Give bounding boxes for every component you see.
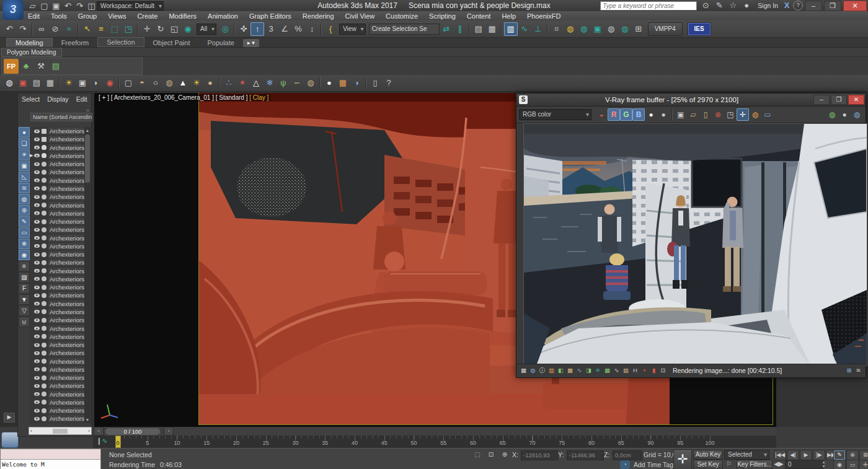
unlink-selection-icon[interactable]: ⊘ xyxy=(48,22,62,36)
open-file-icon[interactable]: ▱ xyxy=(27,1,38,11)
list-item[interactable]: Archexteriors xyxy=(30,201,86,209)
red-channel-button[interactable]: R xyxy=(608,108,620,121)
zoom-icon[interactable]: ⊕ xyxy=(846,450,859,460)
stop-render-icon[interactable]: ● xyxy=(838,108,851,121)
light-icon[interactable]: ☀ xyxy=(62,76,76,90)
menu-civil-view[interactable]: Civil View xyxy=(340,12,380,20)
display-spacewarps-icon[interactable]: ≋ xyxy=(19,183,30,193)
select-and-place-icon[interactable]: ◉ xyxy=(181,22,195,36)
list-item[interactable]: Archexteriors xyxy=(30,144,86,152)
visibility-eye-icon[interactable] xyxy=(34,335,40,338)
menu-graph-editors[interactable]: Graph Editors xyxy=(244,12,297,20)
basket-icon[interactable]: ∪ xyxy=(19,317,30,327)
list-item[interactable]: Archexteriors xyxy=(30,316,86,324)
list-item[interactable]: Archexteriors xyxy=(30,398,86,406)
list-item[interactable]: Archexteriors xyxy=(30,414,86,423)
filter-f-icon[interactable]: F xyxy=(19,283,30,294)
next-frame-button[interactable]: |▶ xyxy=(813,450,825,460)
background-icon[interactable]: ∿ xyxy=(612,366,621,375)
scroll-thumb[interactable] xyxy=(85,134,90,183)
sign-in-button[interactable]: Sign In xyxy=(758,2,778,9)
vray-sphere-icon[interactable]: ● xyxy=(322,76,336,90)
filter-config-icon[interactable]: ▼ xyxy=(19,294,30,305)
compare-ab-icon[interactable]: ▭ xyxy=(761,108,774,121)
search-input[interactable] xyxy=(600,1,697,11)
list-item[interactable]: ▶Archexteriors xyxy=(30,152,86,160)
x-coordinate-field[interactable]: -12810,93 xyxy=(521,450,558,460)
visibility-eye-icon[interactable] xyxy=(34,400,40,404)
sun-icon[interactable]: ☀ xyxy=(190,76,203,90)
visibility-eye-icon[interactable] xyxy=(34,294,40,297)
pixel-info-icon[interactable]: ▥ xyxy=(547,366,556,375)
camera-icon[interactable]: ▣ xyxy=(76,76,89,90)
angle-snap-icon[interactable]: ∠ xyxy=(278,22,291,36)
panorama-icon[interactable]: ▮ xyxy=(649,366,658,375)
expand-panel-button[interactable]: ▶ xyxy=(4,413,15,423)
close-button[interactable]: ✕ xyxy=(843,1,867,11)
visibility-eye-icon[interactable] xyxy=(34,236,40,240)
explorer-horizontal-scrollbar[interactable]: ‹ › xyxy=(29,427,92,435)
scroll-right-arrow[interactable]: › xyxy=(88,428,90,434)
visibility-eye-icon[interactable] xyxy=(34,211,40,215)
select-and-move-icon[interactable]: ✛ xyxy=(140,22,154,36)
vfb-maximize-button[interactable]: ❐ xyxy=(831,95,847,105)
explorer-vertical-scrollbar[interactable]: ▲ ▼ xyxy=(84,127,91,423)
dope-sheet-icon[interactable]: ⊥ xyxy=(531,22,545,36)
list-view-icon[interactable]: ▤ xyxy=(48,59,63,74)
render-production-icon[interactable]: ◍ xyxy=(604,22,618,36)
visibility-eye-icon[interactable] xyxy=(34,244,40,248)
copy-clipboard-icon[interactable]: ▯ xyxy=(699,108,712,121)
forest-pack-icon[interactable]: FP xyxy=(4,59,19,74)
viewport-pos-menu[interactable]: [ + ] xyxy=(99,94,109,101)
viewport-clay-menu[interactable]: [ Clay ] xyxy=(249,94,268,101)
visibility-eye-icon[interactable] xyxy=(34,261,40,265)
visibility-eye-icon[interactable] xyxy=(34,178,40,182)
vfb-close-button[interactable]: ✕ xyxy=(848,95,864,105)
maxscript-listener-row[interactable]: Welcome to M xyxy=(1,460,100,469)
visibility-eye-icon[interactable] xyxy=(34,327,40,330)
list-item[interactable]: Archexteriors xyxy=(30,127,86,135)
list-item[interactable]: Archexteriors xyxy=(30,209,86,217)
visibility-eye-icon[interactable] xyxy=(34,376,40,380)
visibility-eye-icon[interactable] xyxy=(34,154,40,157)
isolate-selection-icon[interactable]: ⬚ xyxy=(472,450,482,459)
edit-named-sets-icon[interactable]: { xyxy=(324,22,337,36)
info-icon[interactable]: ⓘ xyxy=(538,366,547,375)
region-render-icon[interactable]: ◍ xyxy=(749,108,761,121)
explorer-column-header[interactable]: Name (Sorted Ascending) xyxy=(30,113,92,121)
snowflake-icon[interactable]: ❄ xyxy=(263,76,277,90)
menu-phoenixfd[interactable]: PhoenixFD xyxy=(521,12,566,20)
add-time-tag[interactable]: Add Time Tag xyxy=(634,461,673,468)
frame-step-icon[interactable]: ◀▶ xyxy=(774,460,784,468)
exposure-icon[interactable]: ▦ xyxy=(603,366,612,375)
display-bones-icon[interactable]: ✎ xyxy=(19,216,30,227)
select-and-link-icon[interactable]: ∞ xyxy=(35,22,48,36)
clipboard-icon[interactable]: ▯ xyxy=(368,76,382,90)
viewport-camera-menu[interactable]: [ Archexteriors_20_006_Camera_01 ] xyxy=(111,94,214,101)
maxscript-macro-row[interactable] xyxy=(1,449,100,460)
list-item[interactable]: Archexteriors xyxy=(30,267,86,275)
undo-icon[interactable]: ↶ xyxy=(2,22,16,36)
use-pivot-center-icon[interactable]: ◎ xyxy=(218,22,232,36)
visibility-eye-icon[interactable] xyxy=(34,318,40,322)
scroll-left-arrow[interactable]: ‹ xyxy=(30,428,32,434)
scene-explorer-icon[interactable]: ▤ xyxy=(30,76,43,90)
menu-modifiers[interactable]: Modifiers xyxy=(163,12,202,20)
explorer-menu-display[interactable]: Display xyxy=(47,95,68,103)
visibility-eye-icon[interactable] xyxy=(34,170,40,174)
teapot-wire-icon[interactable]: ◍ xyxy=(162,76,176,90)
field-of-view-icon[interactable]: ◉ xyxy=(833,460,846,469)
reference-coordinate-dropdown[interactable]: View xyxy=(339,24,366,35)
tab-populate[interactable]: Populate xyxy=(198,38,242,47)
set-key-button[interactable]: Set Key xyxy=(693,460,723,469)
render-iterative-icon[interactable]: ◍ xyxy=(618,22,632,36)
list-item[interactable]: Archexteriors xyxy=(30,341,86,349)
snap-toggle-3d-icon[interactable]: 3 xyxy=(264,22,278,36)
list-item[interactable]: Archexteriors xyxy=(30,308,86,316)
visibility-eye-icon[interactable] xyxy=(34,417,40,421)
undo-icon[interactable]: ↶ xyxy=(63,1,73,11)
scene-explorer-icon[interactable]: ▥ xyxy=(504,22,518,36)
open-mini-curve-editor-button[interactable]: ❙∿ xyxy=(96,437,112,446)
polygon-modeling-subtab[interactable]: Polygon Modeling xyxy=(1,48,62,57)
rock-icon[interactable]: ◍ xyxy=(304,76,317,90)
